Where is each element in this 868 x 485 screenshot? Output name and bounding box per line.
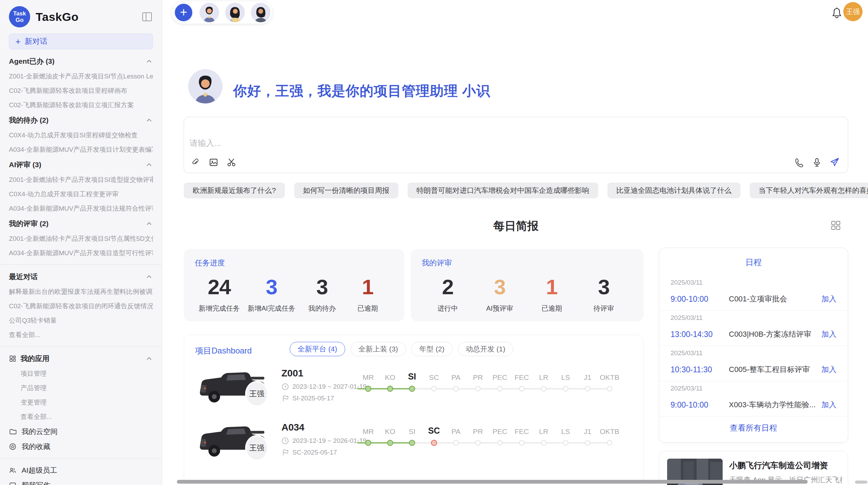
dashboard-tab[interactable]: 动总开发 (1) [458, 342, 514, 356]
sidebar-item[interactable]: 解释最新出台的欧盟报废车法规再生塑料比例被调至15%... [9, 285, 153, 299]
section-title: AI评审 (3) [9, 160, 41, 170]
send-icon[interactable] [829, 157, 840, 168]
milestone-dot [519, 440, 525, 446]
sidebar-item-writing-helper[interactable]: 帮我写作 [9, 478, 153, 485]
dashboard-tab[interactable]: 年型 (2) [411, 342, 453, 356]
sidebar-item[interactable]: C02-飞腾新能源轻客改款项目里程碑画布 [9, 84, 153, 98]
sidebar-item[interactable]: 查看全部... [9, 328, 153, 342]
sidebar-item[interactable]: C0X4-动力总成开发项目SI里程碑提交物检查 [9, 128, 153, 142]
project-dates: 2023-12-19 ~ 2026-01-19 [281, 437, 366, 445]
schedule-item[interactable]: 2025/03/11 13:00-14:30 C003|H0B-方案冻结评审 加… [659, 311, 848, 346]
sidebar-item-favorites[interactable]: 我的收藏 [9, 439, 153, 454]
sidebar-app-item[interactable]: 产品管理 [9, 381, 153, 395]
schedule-time: 9:00-10:00 [671, 295, 729, 304]
milestone-dot [453, 386, 459, 391]
stat: 1 已逾期 [533, 275, 570, 313]
suggestion-chip[interactable]: 当下年轻人对汽车外观有怎样的喜好趋势 [750, 183, 868, 198]
chevron-up-icon[interactable] [145, 355, 153, 362]
section-recent-chats[interactable]: 最近对话 [9, 269, 153, 285]
suggestion-chip[interactable]: 欧洲新规最近颁布了什么? [184, 183, 285, 198]
user-badge-label: 王强 [846, 7, 860, 16]
suggestion-chip[interactable]: 如何写一份清晰的项目周报 [294, 183, 398, 198]
suggestion-chip[interactable]: 特朗普可能对进口汽车增税会对中国车企造成哪些影响 [408, 183, 598, 198]
suggestion-chip[interactable]: 比亚迪全固态电池计划具体说了什么 [607, 183, 740, 198]
sidebar-item[interactable]: C02-飞腾新能源轻客改款项目的闭环通告反馈情况 [9, 299, 153, 313]
join-link[interactable]: 加入 [821, 294, 836, 304]
milestone-label: SI [409, 422, 415, 436]
chevron-up-icon[interactable] [145, 273, 153, 281]
add-conversation-button[interactable]: + [174, 3, 193, 22]
chevron-up-icon[interactable] [145, 161, 153, 169]
attachment-icon[interactable] [190, 157, 201, 168]
view-all-schedule-link[interactable]: 查看所有日程 [659, 423, 848, 433]
sidebar-app-item[interactable]: 查看全部... [9, 410, 153, 424]
layout-grid-icon[interactable] [830, 220, 841, 231]
user-avatar[interactable]: 王强 [843, 2, 863, 21]
section-ai-review[interactable]: AI评审 (3) [9, 157, 153, 173]
join-link[interactable]: 加入 [821, 329, 836, 339]
chevron-up-icon[interactable] [145, 220, 153, 227]
new-chat-button[interactable]: + 新对话 [9, 34, 153, 49]
sidebar-item[interactable]: Z001-全新燃油皮卡产品开发项目SI节点Lesson Learn报告 [9, 69, 153, 84]
scissors-icon[interactable] [226, 157, 237, 168]
horizontal-scrollbar[interactable] [177, 480, 808, 484]
join-link[interactable]: 加入 [821, 400, 836, 410]
sidebar-item[interactable]: Z001-全新燃油轻卡产品开发项目SI节点属性5D文件评审 [9, 232, 153, 246]
avatar[interactable] [200, 3, 219, 22]
sidebar-item[interactable]: A034-全新新能源MUV产品开发项目法规符合性评审 [9, 201, 153, 216]
notification-bell-icon[interactable] [831, 7, 843, 19]
chevron-up-icon[interactable] [145, 116, 153, 124]
star-badge-icon [9, 443, 16, 450]
project-owner-badge: 王强 [245, 435, 268, 461]
schedule-list: 2025/03/11 9:00-10:00 C001-立项审批会 加入 2025… [659, 275, 848, 416]
image-upload-icon[interactable] [208, 157, 219, 168]
schedule-date: 2025/03/11 [671, 314, 836, 322]
section-todo[interactable]: 我的待办 (2) [9, 112, 153, 128]
section-agent-done[interactable]: Agent已办 (3) [9, 53, 153, 69]
project-row[interactable]: 王强 Z001 2023-12-19 ~ 2027-01-19 SI-2025-… [184, 365, 643, 420]
chevron-up-icon[interactable] [145, 58, 153, 65]
section-my-review[interactable]: 我的评审 (2) [9, 216, 153, 232]
sidebar-item-cloud-space[interactable]: 我的云空间 [9, 424, 153, 439]
schedule-time: 9:00-10:00 [671, 400, 729, 410]
join-link[interactable]: 加入 [821, 364, 836, 375]
sidebar-item-ai-employee[interactable]: AI超级员工 [9, 463, 153, 478]
milestone-dot [387, 386, 393, 392]
sidebar-item[interactable]: Z001-全新燃油轻卡产品开发项目SI造型提交物评审 [9, 173, 153, 187]
milestone: OKTB [599, 368, 620, 393]
sidebar-app-item[interactable]: 项目管理 [9, 366, 153, 381]
milestone-label: MR [363, 422, 374, 436]
sidebar-item[interactable]: A034-全新新能源MUV产品开发项目计划变更表编写 [9, 142, 153, 157]
sidebar-item[interactable]: C0X4-动力总成开发项目工程变更评审 [9, 187, 153, 201]
sidebar-app-item[interactable]: 变更管理 [9, 395, 153, 410]
avatar[interactable] [251, 3, 270, 22]
sidebar-item[interactable]: C02-飞腾新能源轻客改款项目立项汇报方案 [9, 98, 153, 112]
milestone-dot [541, 386, 546, 391]
app-title: TaskGo [36, 10, 79, 24]
microphone-icon[interactable] [811, 157, 822, 168]
chat-input[interactable] [190, 138, 670, 148]
sidebar: Task Go TaskGo + 新对话 Agent已办 (3) Z001-全新… [0, 0, 162, 485]
schedule-item[interactable]: 2025/03/11 9:00-10:00 C001-立项审批会 加入 [659, 275, 848, 311]
sidebar-item[interactable]: 公司Q3轻卡销量 [9, 313, 153, 328]
sidebar-item[interactable]: A034-全新新能源MUV产品开发项目造型可行性评审 [9, 246, 153, 260]
section-my-apps[interactable]: 我的应用 [9, 351, 153, 366]
voice-call-icon[interactable] [794, 157, 805, 168]
stat-label: 已逾期 [533, 304, 570, 313]
milestone: SI [401, 422, 423, 447]
schedule-item[interactable]: 2025/03/11 10:30-11:30 C005-整车工程目标评审 加入 [659, 346, 848, 381]
plus-icon: + [180, 5, 187, 20]
truck-image: 王强 [194, 365, 273, 410]
milestone-label: LR [539, 368, 548, 382]
divider [0, 264, 162, 265]
people-icon [9, 467, 16, 474]
dashboard-tab[interactable]: 全新上装 (3) [351, 342, 406, 356]
stat: 24 新增完成任务 [199, 275, 240, 313]
schedule-item[interactable]: 2025/03/11 9:00-10:00 X003-车辆动力学性能验... 加… [659, 381, 848, 416]
project-row[interactable]: 王强 A034 2023-12-19 ~ 2026-01-19 SC-2025-… [184, 419, 643, 474]
dashboard-tab[interactable]: 全新平台 (4) [290, 342, 345, 356]
avatar[interactable] [225, 3, 245, 22]
stat: 1 已逾期 [349, 275, 386, 313]
clock-icon [281, 383, 289, 390]
panel-collapse-icon[interactable] [142, 12, 152, 22]
